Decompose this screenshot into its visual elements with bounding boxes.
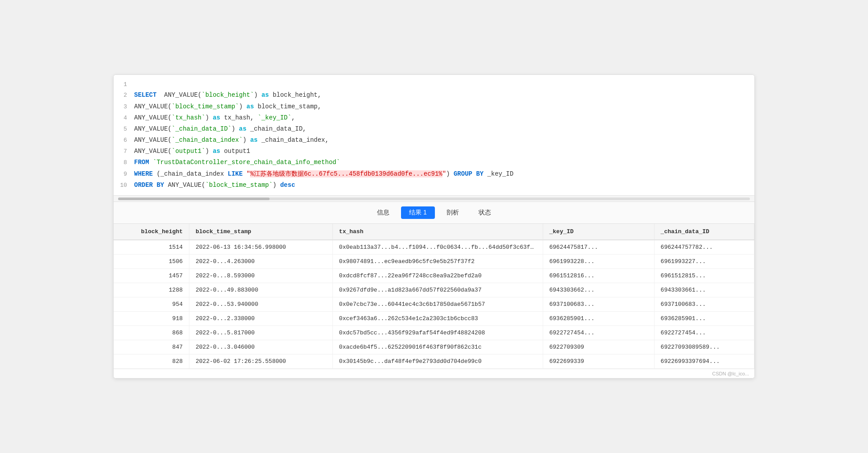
cell-tx: 0x9267dfd9e...a1d823a667dd57f022560da9a3… bbox=[332, 283, 543, 297]
cell-block-height: 954 bbox=[114, 297, 189, 312]
line-num-7: 7 bbox=[118, 146, 134, 156]
col-header-key-id: _key_ID bbox=[543, 224, 654, 240]
line-content-10: ORDER BY ANY_VALUE(`block_time_stamp`) d… bbox=[134, 180, 750, 191]
cell-chain-id: 69226993397694... bbox=[654, 354, 754, 369]
cell-key-id: 6961993228... bbox=[543, 255, 654, 269]
line-num-1: 1 bbox=[118, 79, 134, 90]
table-row: 918 2022-0...2.338000 0xcef3463a6...262c… bbox=[114, 312, 754, 326]
cell-chain-id: 696244757782... bbox=[654, 240, 754, 255]
line-num-10: 10 bbox=[118, 180, 134, 190]
col-header-block-time-stamp: block_time_stamp bbox=[189, 224, 333, 240]
cell-block-height: 1288 bbox=[114, 283, 189, 297]
line-num-8: 8 bbox=[118, 157, 134, 168]
sql-line-1: 1 bbox=[114, 79, 754, 90]
cell-time: 2022-0...8.593000 bbox=[189, 269, 333, 283]
cell-key-id: 69624475817... bbox=[543, 240, 654, 255]
table-row: 828 2022-06-02 17:26:25.558000 0x30145b9… bbox=[114, 354, 754, 369]
cell-tx: 0xdcd8fcf87...22ea96f7248cc8ea9a22befd2a… bbox=[332, 269, 543, 283]
line-num-5: 5 bbox=[118, 124, 134, 134]
tab-info[interactable]: 信息 bbox=[369, 206, 397, 219]
cell-tx: 0xdc57bd5cc...4356f929afaf54f4ed9f488242… bbox=[332, 326, 543, 340]
sql-line-5: 5 ANY_VALUE(`_chain_data_ID`) as _chain_… bbox=[114, 124, 754, 135]
results-table-wrapper: block_height block_time_stamp tx_hash _k… bbox=[114, 224, 754, 369]
cell-key-id: 6937100683... bbox=[543, 297, 654, 312]
sql-line-2: 2 SELECT ANY_VALUE(`block_height`) as bl… bbox=[114, 90, 754, 101]
line-content-4: ANY_VALUE(`tx_hash`) as tx_hash, `_key_I… bbox=[134, 112, 750, 124]
line-content-8: FROM `TrustDataController_store_chain_da… bbox=[134, 157, 750, 168]
cell-time: 2022-0...2.338000 bbox=[189, 312, 333, 326]
line-content-9: WHERE (_chain_data_index LIKE "%江苏各地级市数据… bbox=[134, 169, 750, 180]
cell-chain-id: 6961512815... bbox=[654, 269, 754, 283]
cell-chain-id: 6937100683... bbox=[654, 297, 754, 312]
cell-key-id: 6943303662... bbox=[543, 283, 654, 297]
sql-line-4: 4 ANY_VALUE(`tx_hash`) as tx_hash, `_key… bbox=[114, 112, 754, 124]
tab-result[interactable]: 结果 1 bbox=[401, 206, 435, 219]
horizontal-scrollbar[interactable] bbox=[114, 196, 754, 202]
sql-line-10: 10 ORDER BY ANY_VALUE(`block_time_stamp`… bbox=[114, 180, 754, 191]
cell-time: 2022-06-02 17:26:25.558000 bbox=[189, 354, 333, 369]
sql-line-8: 8 FROM `TrustDataController_store_chain_… bbox=[114, 157, 754, 168]
cell-time: 2022-0...4.263000 bbox=[189, 255, 333, 269]
cell-time: 2022-0...5.817000 bbox=[189, 326, 333, 340]
col-header-block-height: block_height bbox=[114, 224, 189, 240]
line-content-5: ANY_VALUE(`_chain_data_ID`) as _chain_da… bbox=[134, 124, 750, 135]
line-content-6: ANY_VALUE(`_chain_data_index`) as _chain… bbox=[134, 135, 750, 146]
cell-tx: 0x98074891...ec9eaedb96c5fc9e5b257f37f2 bbox=[332, 255, 543, 269]
cell-chain-id: 6936285901... bbox=[654, 312, 754, 326]
cell-block-height: 828 bbox=[114, 354, 189, 369]
cell-chain-id: 6961993227... bbox=[654, 255, 754, 269]
cell-key-id: 6922699339 bbox=[543, 354, 654, 369]
table-row: 1514 2022-06-13 16:34:56.998000 0x0eab11… bbox=[114, 240, 754, 255]
cell-key-id: 6961512816... bbox=[543, 269, 654, 283]
cell-tx: 0x0eab113a37...b4...f1094...f0c0634...fb… bbox=[332, 240, 543, 255]
col-header-tx-hash: tx_hash bbox=[332, 224, 543, 240]
table-row: 1506 2022-0...4.263000 0x98074891...ec9e… bbox=[114, 255, 754, 269]
sql-line-7: 7 ANY_VALUE(`output1`) as output1 bbox=[114, 146, 754, 157]
cell-tx: 0xacde6b4f5...6252209016f463f8f90f862c31… bbox=[332, 340, 543, 354]
cell-chain-id: 69227093089589... bbox=[654, 340, 754, 354]
tab-analyze[interactable]: 剖析 bbox=[438, 206, 467, 219]
results-table: block_height block_time_stamp tx_hash _k… bbox=[114, 224, 754, 369]
sql-editor[interactable]: 1 2 SELECT ANY_VALUE(`block_height`) as … bbox=[114, 75, 754, 196]
cell-tx: 0xcef3463a6...262c534e1c2a2303c1b6cbcc83 bbox=[332, 312, 543, 326]
sql-line-3: 3 ANY_VALUE(`block_time_stamp`) as block… bbox=[114, 101, 754, 112]
cell-block-height: 1506 bbox=[114, 255, 189, 269]
line-num-3: 3 bbox=[118, 102, 134, 112]
cell-key-id: 6922727454... bbox=[543, 326, 654, 340]
line-num-9: 9 bbox=[118, 169, 134, 179]
cell-tx: 0x30145b9c...daf48f4ef9e2793dd0d704de99c… bbox=[332, 354, 543, 369]
cell-block-height: 1457 bbox=[114, 269, 189, 283]
table-row: 1288 2022-0...49.883000 0x9267dfd9e...a1… bbox=[114, 283, 754, 297]
table-body: 1514 2022-06-13 16:34:56.998000 0x0eab11… bbox=[114, 240, 754, 369]
cell-key-id: 6922709309 bbox=[543, 340, 654, 354]
line-num-6: 6 bbox=[118, 135, 134, 145]
cell-time: 2022-0...53.940000 bbox=[189, 297, 333, 312]
cell-block-height: 868 bbox=[114, 326, 189, 340]
scrollbar-thumb bbox=[118, 198, 270, 200]
cell-time: 2022-0...3.046000 bbox=[189, 340, 333, 354]
line-num-2: 2 bbox=[118, 90, 134, 100]
line-content-2: SELECT ANY_VALUE(`block_height`) as bloc… bbox=[134, 90, 750, 101]
table-header: block_height block_time_stamp tx_hash _k… bbox=[114, 224, 754, 240]
cell-block-height: 918 bbox=[114, 312, 189, 326]
line-num-4: 4 bbox=[118, 113, 134, 123]
tabs-bar: 信息 结果 1 剖析 状态 bbox=[114, 202, 754, 224]
col-header-chain-data-id: _chain_data_ID bbox=[654, 224, 754, 240]
line-content-3: ANY_VALUE(`block_time_stamp`) as block_t… bbox=[134, 101, 750, 112]
cell-chain-id: 6922727454... bbox=[654, 326, 754, 340]
cell-time: 2022-0...49.883000 bbox=[189, 283, 333, 297]
table-row: 868 2022-0...5.817000 0xdc57bd5cc...4356… bbox=[114, 326, 754, 340]
sql-line-9: 9 WHERE (_chain_data_index LIKE "%江苏各地级市… bbox=[114, 169, 754, 180]
cell-block-height: 847 bbox=[114, 340, 189, 354]
sql-line-6: 6 ANY_VALUE(`_chain_data_index`) as _cha… bbox=[114, 135, 754, 146]
main-container: 1 2 SELECT ANY_VALUE(`block_height`) as … bbox=[113, 74, 755, 379]
cell-chain-id: 6943303661... bbox=[654, 283, 754, 297]
watermark-text: CSDN @lc_ico... bbox=[712, 371, 749, 376]
cell-tx: 0x0e7cbc73e...60441ec4c3c6b17850dae5671b… bbox=[332, 297, 543, 312]
tab-status[interactable]: 状态 bbox=[471, 206, 499, 219]
footer-watermark: CSDN @lc_ico... bbox=[114, 369, 754, 378]
cell-block-height: 1514 bbox=[114, 240, 189, 255]
cell-time: 2022-06-13 16:34:56.998000 bbox=[189, 240, 333, 255]
scrollbar-track bbox=[118, 198, 750, 200]
table-row: 954 2022-0...53.940000 0x0e7cbc73e...604… bbox=[114, 297, 754, 312]
